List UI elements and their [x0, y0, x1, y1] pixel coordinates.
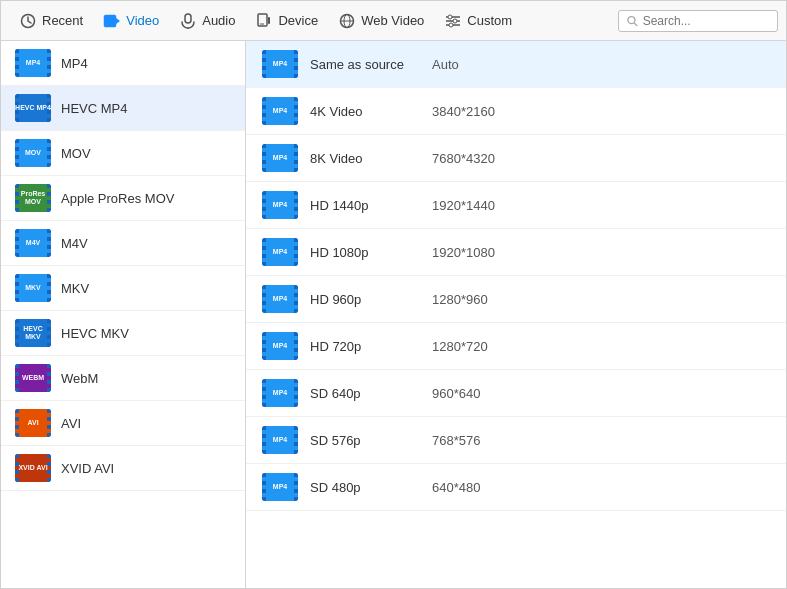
- resolution-value-sd-640p: 960*640: [432, 386, 480, 401]
- format-icon-avi: AVI: [15, 409, 51, 437]
- resolution-name-hd-720p: HD 720p: [310, 339, 420, 354]
- svg-rect-7: [268, 17, 270, 24]
- format-item-xvid-avi[interactable]: XVID AVIXVID AVI: [1, 446, 245, 491]
- nav-label-device: Device: [278, 13, 318, 28]
- format-icon-mp4: MP4: [15, 49, 51, 77]
- resolution-value-sd-480p: 640*480: [432, 480, 480, 495]
- format-item-mkv[interactable]: MKVMKV: [1, 266, 245, 311]
- resolution-name-same-as-source: Same as source: [310, 57, 420, 72]
- resolution-list: MP4Same as sourceAutoMP44K Video3840*216…: [246, 41, 786, 588]
- format-icon-xvid-avi: XVID AVI: [15, 454, 51, 482]
- format-icon-mov: MOV: [15, 139, 51, 167]
- format-label-m4v: M4V: [61, 236, 88, 251]
- format-icon-hevc-mkv: HEVC MKV: [15, 319, 51, 347]
- format-item-hevc-mp4[interactable]: HEVC MP4HEVC MP4: [1, 86, 245, 131]
- search-input[interactable]: [643, 14, 769, 28]
- resolution-value-hd-960p: 1280*960: [432, 292, 488, 307]
- nav-label-audio: Audio: [202, 13, 235, 28]
- nav-bar: Recent Video Audio: [1, 1, 786, 41]
- format-item-mov[interactable]: MOVMOV: [1, 131, 245, 176]
- format-item-avi[interactable]: AVIAVI: [1, 401, 245, 446]
- format-item-prores-mov[interactable]: ProRes MOVApple ProRes MOV: [1, 176, 245, 221]
- resolution-name-hd-1440p: HD 1440p: [310, 198, 420, 213]
- nav-item-custom[interactable]: Custom: [434, 6, 522, 36]
- audio-icon: [179, 12, 197, 30]
- nav-item-device[interactable]: Device: [245, 6, 328, 36]
- resolution-item-sd-576p[interactable]: MP4SD 576p768*576: [246, 417, 786, 464]
- nav-label-recent: Recent: [42, 13, 83, 28]
- format-label-mov: MOV: [61, 146, 91, 161]
- resolution-icon-8k: MP4: [262, 144, 298, 172]
- resolution-icon-sd-480p: MP4: [262, 473, 298, 501]
- format-label-prores-mov: Apple ProRes MOV: [61, 191, 174, 206]
- resolution-name-hd-1080p: HD 1080p: [310, 245, 420, 260]
- format-icon-mkv: MKV: [15, 274, 51, 302]
- resolution-item-hd-1440p[interactable]: MP4HD 1440p1920*1440: [246, 182, 786, 229]
- resolution-value-sd-576p: 768*576: [432, 433, 480, 448]
- resolution-name-4k: 4K Video: [310, 104, 420, 119]
- format-icon-webm: WEBM: [15, 364, 51, 392]
- resolution-icon-hd-1440p: MP4: [262, 191, 298, 219]
- resolution-name-sd-640p: SD 640p: [310, 386, 420, 401]
- nav-label-web-video: Web Video: [361, 13, 424, 28]
- svg-point-14: [448, 15, 452, 19]
- resolution-item-same-as-source[interactable]: MP4Same as sourceAuto: [246, 41, 786, 88]
- nav-item-audio[interactable]: Audio: [169, 6, 245, 36]
- resolution-icon-same-as-source: MP4: [262, 50, 298, 78]
- recent-icon: [19, 12, 37, 30]
- resolution-name-sd-576p: SD 576p: [310, 433, 420, 448]
- resolution-icon-sd-640p: MP4: [262, 379, 298, 407]
- format-label-hevc-mp4: HEVC MP4: [61, 101, 127, 116]
- resolution-value-hd-720p: 1280*720: [432, 339, 488, 354]
- svg-point-17: [628, 16, 635, 23]
- resolution-name-sd-480p: SD 480p: [310, 480, 420, 495]
- content-area: MP4MP4HEVC MP4HEVC MP4MOVMOVProRes MOVAp…: [1, 41, 786, 588]
- svg-marker-2: [116, 18, 120, 24]
- web-video-icon: [338, 12, 356, 30]
- format-icon-hevc-mp4: HEVC MP4: [15, 94, 51, 122]
- nav-item-video[interactable]: Video: [93, 6, 169, 36]
- resolution-value-same-as-source: Auto: [432, 57, 459, 72]
- format-label-mp4: MP4: [61, 56, 88, 71]
- nav-item-web-video[interactable]: Web Video: [328, 6, 434, 36]
- resolution-item-sd-640p[interactable]: MP4SD 640p960*640: [246, 370, 786, 417]
- search-icon: [627, 15, 638, 27]
- format-label-avi: AVI: [61, 416, 81, 431]
- svg-rect-1: [104, 15, 116, 27]
- video-icon: [103, 12, 121, 30]
- resolution-icon-hd-720p: MP4: [262, 332, 298, 360]
- nav-label-video: Video: [126, 13, 159, 28]
- svg-point-16: [449, 23, 453, 27]
- format-label-webm: WebM: [61, 371, 98, 386]
- resolution-item-hd-1080p[interactable]: MP4HD 1080p1920*1080: [246, 229, 786, 276]
- custom-icon: [444, 12, 462, 30]
- nav-label-custom: Custom: [467, 13, 512, 28]
- format-item-webm[interactable]: WEBMWebM: [1, 356, 245, 401]
- resolution-item-8k[interactable]: MP48K Video7680*4320: [246, 135, 786, 182]
- resolution-value-8k: 7680*4320: [432, 151, 495, 166]
- format-item-mp4[interactable]: MP4MP4: [1, 41, 245, 86]
- resolution-name-8k: 8K Video: [310, 151, 420, 166]
- resolution-icon-hd-960p: MP4: [262, 285, 298, 313]
- resolution-item-hd-960p[interactable]: MP4HD 960p1280*960: [246, 276, 786, 323]
- resolution-icon-sd-576p: MP4: [262, 426, 298, 454]
- resolution-name-hd-960p: HD 960p: [310, 292, 420, 307]
- resolution-icon-4k: MP4: [262, 97, 298, 125]
- format-label-xvid-avi: XVID AVI: [61, 461, 114, 476]
- search-box[interactable]: [618, 10, 778, 32]
- format-icon-m4v: M4V: [15, 229, 51, 257]
- format-item-m4v[interactable]: M4VM4V: [1, 221, 245, 266]
- format-list: MP4MP4HEVC MP4HEVC MP4MOVMOVProRes MOVAp…: [1, 41, 246, 588]
- svg-rect-3: [185, 14, 191, 23]
- resolution-item-hd-720p[interactable]: MP4HD 720p1280*720: [246, 323, 786, 370]
- svg-point-15: [453, 19, 457, 23]
- svg-line-18: [635, 23, 637, 25]
- nav-item-recent[interactable]: Recent: [9, 6, 93, 36]
- resolution-value-hd-1080p: 1920*1080: [432, 245, 495, 260]
- resolution-value-4k: 3840*2160: [432, 104, 495, 119]
- resolution-icon-hd-1080p: MP4: [262, 238, 298, 266]
- app-container: Recent Video Audio: [0, 0, 787, 589]
- resolution-item-sd-480p[interactable]: MP4SD 480p640*480: [246, 464, 786, 511]
- format-item-hevc-mkv[interactable]: HEVC MKVHEVC MKV: [1, 311, 245, 356]
- resolution-item-4k[interactable]: MP44K Video3840*2160: [246, 88, 786, 135]
